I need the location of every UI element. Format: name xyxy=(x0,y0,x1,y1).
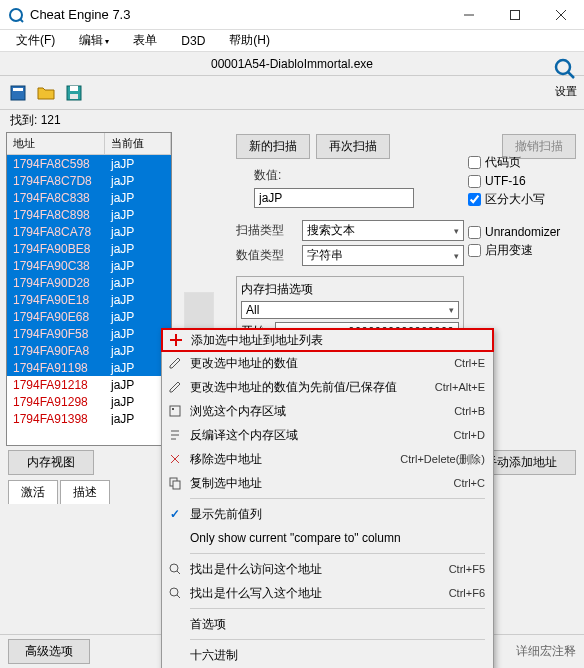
utf16-checkbox[interactable] xyxy=(468,175,481,188)
menu-edit-label: 编辑 xyxy=(79,33,103,47)
codepage-check-row[interactable]: 代码页 xyxy=(468,154,576,171)
result-address: 1794FA8C838 xyxy=(7,191,105,205)
ctx-find-write[interactable]: 找出是什么写入这个地址 Ctrl+F6 xyxy=(162,581,493,605)
ctx-browse-region[interactable]: 浏览这个内存区域 Ctrl+B xyxy=(162,399,493,423)
open-process-button[interactable] xyxy=(6,81,30,105)
menu-table[interactable]: 表单 xyxy=(123,30,167,51)
unrand-check-row[interactable]: Unrandomizer xyxy=(468,225,576,239)
ctx-shortcut: Ctrl+C xyxy=(454,477,485,489)
new-scan-button[interactable]: 新的扫描 xyxy=(236,134,310,159)
title-bar: Cheat Engine 7.3 xyxy=(0,0,584,30)
ctx-only-compare[interactable]: Only show current "compare to" column xyxy=(162,526,493,550)
result-row[interactable]: 1794FA8C898jaJP xyxy=(7,206,171,223)
result-row[interactable]: 1794FA91198jaJP xyxy=(7,359,171,376)
result-row[interactable]: 1794FA8C838jaJP xyxy=(7,189,171,206)
next-scan-button[interactable]: 再次扫描 xyxy=(316,134,390,159)
codepage-checkbox[interactable] xyxy=(468,156,481,169)
tab-activate[interactable]: 激活 xyxy=(8,480,58,504)
memory-view-button[interactable]: 内存视图 xyxy=(8,450,94,475)
result-row[interactable]: 1794FA8C7D8jaJP xyxy=(7,172,171,189)
ctx-hex[interactable]: 十六进制 xyxy=(162,643,493,667)
ctx-hex-label: 十六进制 xyxy=(190,647,485,664)
open-file-button[interactable] xyxy=(34,81,58,105)
speed-label: 启用变速 xyxy=(485,242,533,259)
ctx-change-label: 更改选中地址的数值 xyxy=(190,355,448,372)
search-icon xyxy=(166,560,184,578)
menu-edit[interactable]: 编辑▾ xyxy=(69,30,119,51)
result-row[interactable]: 1794FA8C598jaJP xyxy=(7,155,171,172)
ctx-shortcut: Ctrl+B xyxy=(454,405,485,417)
ctx-copy[interactable]: 复制选中地址 Ctrl+C xyxy=(162,471,493,495)
result-row[interactable]: 1794FA90FA8jaJP xyxy=(7,342,171,359)
result-row[interactable]: 1794FA90BE8jaJP xyxy=(7,240,171,257)
unrand-label: Unrandomizer xyxy=(485,225,560,239)
utf16-check-row[interactable]: UTF-16 xyxy=(468,174,576,188)
results-table: 地址 当前值 1794FA8C598jaJP1794FA8C7D8jaJP179… xyxy=(6,132,172,446)
svg-line-12 xyxy=(568,72,574,78)
result-value: jaJP xyxy=(105,157,171,171)
maximize-button[interactable] xyxy=(492,0,538,30)
result-value: jaJP xyxy=(105,191,171,205)
minimize-button[interactable] xyxy=(446,0,492,30)
separator xyxy=(190,608,485,609)
result-address: 1794FA8C7D8 xyxy=(7,174,105,188)
ctx-add-label: 添加选中地址到地址列表 xyxy=(191,332,484,349)
result-row[interactable]: 1794FA90F58jaJP xyxy=(7,325,171,342)
ctx-find-access[interactable]: 找出是什么访问这个地址 Ctrl+F5 xyxy=(162,557,493,581)
result-address: 1794FA8C898 xyxy=(7,208,105,222)
ctx-shortcut: Ctrl+F5 xyxy=(449,563,485,575)
result-address: 1794FA91198 xyxy=(7,361,105,375)
unrand-checkbox[interactable] xyxy=(468,226,481,239)
menu-file[interactable]: 文件(F) xyxy=(6,30,65,51)
tab-description[interactable]: 描述 xyxy=(60,480,110,504)
chevron-down-icon: ▾ xyxy=(454,226,459,236)
case-checkbox[interactable] xyxy=(468,193,481,206)
results-panel: 地址 当前值 1794FA8C598jaJP1794FA8C7D8jaJP179… xyxy=(0,130,178,448)
speed-check-row[interactable]: 启用变速 xyxy=(468,242,576,259)
ctx-disassemble[interactable]: 反编译这个内存区域 Ctrl+D xyxy=(162,423,493,447)
result-row[interactable]: 1794FA90E18jaJP xyxy=(7,291,171,308)
result-row[interactable]: 1794FA8CA78jaJP xyxy=(7,223,171,240)
save-button[interactable] xyxy=(62,81,86,105)
result-row[interactable]: 1794FA90E68jaJP xyxy=(7,308,171,325)
mem-region-combo[interactable]: All▾ xyxy=(241,301,459,319)
results-body[interactable]: 1794FA8C598jaJP1794FA8C7D8jaJP1794FA8C83… xyxy=(7,155,171,425)
scan-type-combo[interactable]: 搜索文本▾ xyxy=(302,220,464,241)
chevron-down-icon: ▾ xyxy=(454,251,459,261)
toolbar xyxy=(0,76,584,110)
ctx-change-prev[interactable]: 更改选中地址的数值为先前值/已保存值 Ctrl+Alt+E xyxy=(162,375,493,399)
ctx-shortcut: Ctrl+Delete(删除) xyxy=(400,452,485,467)
blank-icon xyxy=(166,615,184,633)
ctx-show-prev-col[interactable]: ✓ 显示先前值列 xyxy=(162,502,493,526)
close-button[interactable] xyxy=(538,0,584,30)
settings-area[interactable]: 设置 xyxy=(552,56,580,99)
results-header: 地址 当前值 xyxy=(7,133,171,155)
result-row[interactable]: 1794FA91298jaJP xyxy=(7,393,171,410)
settings-icon xyxy=(552,56,580,84)
result-address: 1794FA91218 xyxy=(7,378,105,392)
ctx-remove[interactable]: 移除选中地址 Ctrl+Delete(删除) xyxy=(162,447,493,471)
mem-opts-label: 内存扫描选项 xyxy=(241,281,459,298)
ctx-add-to-list[interactable]: 添加选中地址到地址列表 xyxy=(161,328,494,352)
case-check-row[interactable]: 区分大小写 xyxy=(468,191,576,208)
result-row[interactable]: 1794FA90D28jaJP xyxy=(7,274,171,291)
speed-checkbox[interactable] xyxy=(468,244,481,257)
svg-rect-15 xyxy=(170,406,180,416)
result-row[interactable]: 1794FA91218jaJP xyxy=(7,376,171,393)
result-row[interactable]: 1794FA90C38jaJP xyxy=(7,257,171,274)
ctx-browse-label: 浏览这个内存区域 xyxy=(190,403,448,420)
result-row[interactable]: 1794FA91398jaJP xyxy=(7,410,171,425)
value-type-combo[interactable]: 字符串▾ xyxy=(302,245,464,266)
svg-line-27 xyxy=(177,595,180,598)
utf16-label: UTF-16 xyxy=(485,174,526,188)
ctx-preferences[interactable]: 首选项 xyxy=(162,612,493,636)
menu-d3d[interactable]: D3D xyxy=(171,32,215,50)
preview-sidebar[interactable] xyxy=(184,292,214,330)
app-icon xyxy=(8,7,24,23)
advanced-options-button[interactable]: 高级选项 xyxy=(8,639,90,664)
col-address[interactable]: 地址 xyxy=(7,133,105,154)
menu-help[interactable]: 帮助(H) xyxy=(219,30,280,51)
col-value[interactable]: 当前值 xyxy=(105,133,171,154)
ctx-change-value[interactable]: 更改选中地址的数值 Ctrl+E xyxy=(162,351,493,375)
scan-value-input[interactable] xyxy=(254,188,414,208)
